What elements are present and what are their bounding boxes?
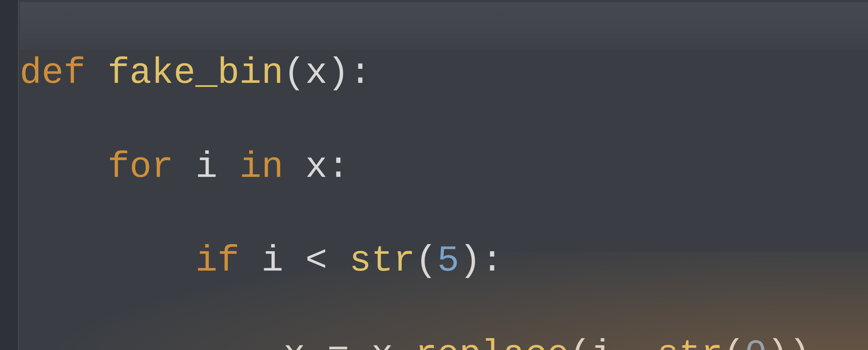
keyword-if: if (195, 240, 239, 281)
space (174, 146, 196, 188)
code-line-2[interactable]: for i in x: (20, 144, 811, 190)
keyword-def: def (20, 52, 85, 94)
builtin-str: str (349, 240, 415, 281)
var-x: x (305, 146, 328, 188)
number-0: 0 (745, 334, 767, 350)
var-i: i (591, 334, 613, 350)
paren-open: ( (283, 52, 305, 94)
var-x: x (283, 334, 305, 350)
method-replace: replace (415, 334, 569, 350)
space (283, 240, 305, 281)
paren-open: ( (723, 334, 745, 350)
space (239, 240, 261, 281)
var-i: i (196, 146, 218, 188)
comma-space: , (613, 334, 657, 350)
indent (20, 334, 283, 350)
indent (20, 146, 107, 188)
space (349, 334, 371, 350)
code-editor[interactable]: def fake_bin(x): for i in x: if i < str(… (20, 3, 811, 350)
space (217, 146, 239, 188)
equals: = (327, 334, 349, 350)
code-line-1[interactable]: def fake_bin(x): (20, 50, 811, 96)
paren-open: ( (415, 240, 437, 281)
space (283, 146, 305, 188)
code-line-3[interactable]: if i < str(5): (20, 237, 811, 284)
colon: : (327, 146, 349, 188)
paren-close-colon: ): (327, 52, 371, 94)
dot: . (393, 334, 415, 350)
paren-close-close: )) (767, 334, 811, 350)
param-x: x (305, 52, 328, 94)
keyword-in: in (239, 146, 283, 188)
editor-gutter (0, 0, 19, 350)
function-name: fake_bin (107, 52, 283, 94)
code-line-4[interactable]: x = x.replace(i, str(0)) (20, 331, 811, 350)
builtin-str: str (657, 334, 723, 350)
space (327, 240, 349, 281)
number-5: 5 (437, 240, 459, 281)
var-i: i (261, 240, 283, 281)
paren-open: ( (569, 334, 591, 350)
lt-operator: < (305, 240, 328, 281)
keyword-for: for (107, 146, 173, 188)
var-x: x (371, 334, 393, 350)
space (85, 52, 107, 94)
paren-close-colon: ): (459, 240, 503, 281)
space (305, 334, 328, 350)
indent (20, 240, 195, 281)
